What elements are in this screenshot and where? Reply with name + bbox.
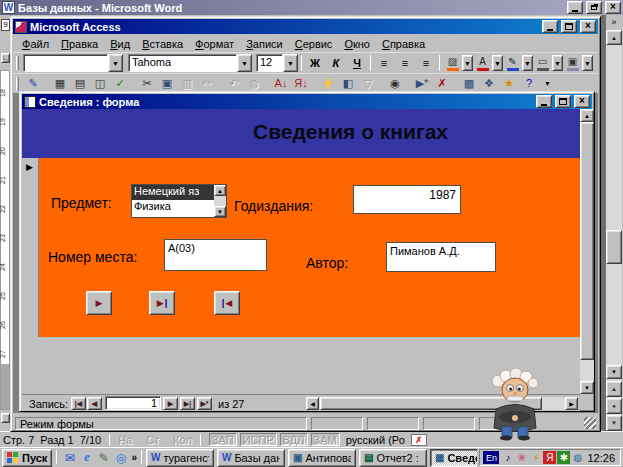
browse-previous-button[interactable]: ▲ — [606, 381, 622, 397]
spelling-button[interactable]: ✓ — [110, 75, 130, 93]
browse-next-button[interactable]: ▼ — [606, 415, 622, 431]
properties-button[interactable]: ▩ — [459, 75, 479, 93]
word-close-button[interactable]: × — [605, 1, 621, 14]
design-view-button[interactable]: ✎ — [23, 75, 43, 93]
record-number-field[interactable]: 1 — [105, 396, 161, 410]
paste-button[interactable]: ▥ — [177, 75, 197, 93]
word-minimize-button[interactable] — [567, 1, 583, 14]
align-left-button[interactable]: ≡ — [374, 54, 394, 72]
menu-item[interactable]: Вид — [105, 37, 135, 51]
new-object-button[interactable]: ★ — [499, 75, 519, 93]
insert-hyperlink-button[interactable]: ◍ — [244, 75, 264, 93]
start-button[interactable]: Пуск — [2, 449, 52, 467]
scroll-up-button[interactable]: ▲ — [214, 185, 226, 196]
menu-item[interactable]: Вставка — [137, 37, 188, 51]
browse-select-button[interactable]: ● — [606, 398, 622, 414]
font-size-combobox[interactable]: 12▼ — [256, 54, 298, 72]
status-flag[interactable]: ВДЛ — [280, 433, 308, 446]
year-textbox[interactable]: 1987 — [353, 185, 461, 214]
taskbar-task-button[interactable]: ▦ Сведен... — [430, 449, 478, 467]
filter-by-selection-button[interactable]: ⚡ — [318, 75, 338, 93]
save-button[interactable]: ▦ — [50, 75, 70, 93]
tab-selector-button[interactable]: ∟ — [1, 53, 10, 63]
sort-descending-button[interactable]: Я↓ — [291, 75, 311, 93]
form-vertical-scrollbar[interactable]: ▲ ▼ — [580, 109, 594, 394]
scrollbar-thumb[interactable] — [580, 122, 594, 360]
taskbar-task-button[interactable]: W турагенст... — [146, 449, 214, 467]
first-record-button[interactable]: |◀ — [214, 291, 240, 315]
menu-item[interactable]: Записи — [241, 37, 288, 51]
database-window-button[interactable]: ❖ — [479, 75, 499, 93]
menu-item[interactable]: Формат — [190, 37, 239, 51]
access-close-button[interactable]: × — [580, 20, 596, 33]
language-indicator[interactable]: En — [483, 451, 499, 464]
resize-grip[interactable] — [584, 417, 596, 429]
tray-lightning-icon[interactable]: ⚡ — [529, 451, 542, 464]
access-maximize-button[interactable] — [561, 20, 577, 33]
scroll-down-button[interactable]: ▼ — [214, 206, 226, 217]
access-minimize-button[interactable] — [542, 20, 558, 33]
object-combobox[interactable]: ▼ — [23, 54, 123, 72]
tray-assistant-icon[interactable]: ❀ — [515, 451, 528, 464]
place-textbox[interactable]: А(03) — [164, 239, 267, 271]
status-flag[interactable]: ИСПР — [240, 433, 277, 446]
print-button[interactable]: ▤ — [70, 75, 90, 93]
print-preview-button[interactable]: ◫ — [90, 75, 110, 93]
taskbar-task-button[interactable]: ▤ Отчет2 : о... — [359, 449, 427, 467]
last-record-button[interactable]: ▶| — [149, 291, 175, 315]
chevron-down-icon[interactable]: ▼ — [283, 54, 298, 72]
scrollbar-thumb[interactable] — [606, 230, 622, 264]
tray-language-icon[interactable]: Я — [543, 451, 556, 464]
menu-item[interactable]: Сервис — [290, 37, 338, 51]
fill-color-button[interactable]: ▨ ▼ — [443, 54, 473, 72]
toolbar-grip[interactable] — [16, 56, 19, 70]
align-center-button[interactable]: ≡ — [395, 54, 415, 72]
form-maximize-button[interactable] — [555, 95, 571, 108]
form-titlebar[interactable]: Сведения : форма × — [22, 94, 592, 109]
font-color-button[interactable]: А ▼ — [473, 54, 503, 72]
underline-button[interactable]: Ч — [347, 54, 367, 72]
quicklaunch-overflow-chevron[interactable]: » — [131, 452, 137, 463]
office-assistant[interactable] — [486, 369, 544, 441]
chevron-down-icon[interactable]: ▼ — [237, 54, 252, 72]
nav-next-button[interactable]: ▶ — [163, 397, 178, 410]
apply-filter-button[interactable]: ▽ — [358, 75, 378, 93]
scroll-up-button[interactable]: ▲ — [580, 109, 594, 122]
chevron-down-icon[interactable]: ▼ — [492, 55, 503, 71]
nav-new-record-button[interactable]: ▶* — [197, 397, 212, 410]
delete-record-button[interactable]: ✗ — [432, 75, 452, 93]
listbox-item[interactable]: Немецкий яз — [132, 185, 214, 200]
scroll-down-button[interactable]: ▼ — [580, 381, 594, 394]
toolbar-options-chevron[interactable]: ▼ — [540, 75, 555, 93]
special-effect-button[interactable]: ▣ ▼ — [563, 54, 593, 72]
scroll-down-button[interactable]: ▼ — [606, 365, 622, 379]
taskbar-task-button[interactable]: ▣ Антипова ... — [288, 449, 356, 467]
quicklaunch-outlook-express-icon[interactable]: ✉ — [61, 449, 78, 466]
scroll-up-button[interactable]: ▲ — [606, 30, 622, 45]
menu-item[interactable]: Файл — [17, 37, 54, 51]
menu-item[interactable]: Окно — [339, 37, 375, 51]
quicklaunch-show-desktop-icon[interactable]: ✎ — [95, 449, 112, 466]
italic-button[interactable]: К — [326, 54, 346, 72]
listbox-item[interactable]: Физика — [132, 200, 214, 215]
copy-button[interactable]: ▣ — [157, 75, 177, 93]
next-record-button[interactable]: ▶ — [86, 291, 112, 315]
listbox-scrollbar[interactable]: ▲ ▼ — [214, 185, 226, 217]
align-right-button[interactable]: ≡ — [416, 54, 436, 72]
line-color-button[interactable]: ✎ ▼ — [503, 54, 533, 72]
scroll-left-button[interactable]: ◀ — [306, 397, 319, 410]
tray-network-icon[interactable]: ◍ — [571, 451, 584, 464]
help-button[interactable]: ? — [519, 75, 539, 93]
filter-by-form-button[interactable]: ◧ — [338, 75, 358, 93]
author-textbox[interactable]: Пиманов А.Д. — [386, 242, 496, 272]
line-width-button[interactable]: ▭ ▼ — [533, 54, 563, 72]
chevron-down-icon[interactable]: ▼ — [462, 55, 473, 71]
find-button[interactable]: ◉ — [385, 75, 405, 93]
word-vertical-scrollbar[interactable]: ▲ ▼ ▲ ● ▼ — [606, 30, 622, 431]
form-close-button[interactable]: × — [574, 95, 590, 108]
scroll-right-button[interactable]: ▶ — [565, 397, 578, 410]
word-titlebar[interactable]: W Базы данных - Microsoft Word × — [0, 0, 623, 15]
tray-scheduler-icon[interactable]: ✱ — [557, 451, 570, 464]
taskbar-task-button[interactable]: W Базы дан... — [217, 449, 285, 467]
toolbar-overflow-chevron[interactable]: » — [606, 17, 622, 29]
